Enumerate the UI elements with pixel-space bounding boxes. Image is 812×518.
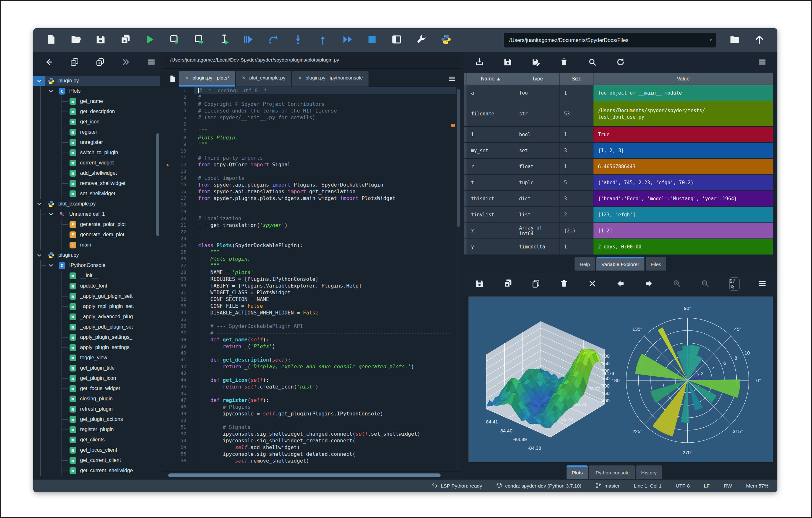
outline-tree-item[interactable]: plugin.py (33, 250, 160, 260)
column-header-type[interactable]: Type (515, 73, 560, 85)
outline-tree-item[interactable]: mget_icon (33, 117, 160, 127)
variable-row[interactable]: my_setset3{1, 2, 3} (464, 143, 774, 159)
editor-tab[interactable]: ✕plot_example.py (236, 71, 291, 87)
step-into-button[interactable] (292, 34, 304, 46)
step-over-button[interactable] (267, 34, 279, 46)
code-editor[interactable]: 123456789101112▲131415161718192021222324… (163, 87, 461, 471)
editor-horizontal-scrollbar[interactable] (163, 471, 461, 479)
variable-value[interactable]: 2 days, 0:00:00 (593, 239, 774, 255)
variable-value[interactable]: [1 2] (593, 223, 774, 238)
status-item-rw[interactable]: RW (724, 483, 732, 489)
column-header-name[interactable]: Name ▲ (467, 73, 515, 85)
variable-row[interactable]: rfloat16.46567886443 (464, 159, 774, 175)
new-file-button[interactable] (46, 34, 57, 46)
outline-tree-item[interactable]: mget_plugin_icon (33, 373, 160, 383)
outline-tree-item[interactable]: m_apply_advanced_plug (33, 312, 160, 322)
browse-tabs-button[interactable] (166, 73, 179, 87)
debug-continue-button[interactable] (342, 34, 353, 46)
outline-tree-item[interactable]: madd_shellwidget (33, 168, 160, 178)
variable-value[interactable]: {1, 2, 3} (593, 143, 774, 159)
preferences-button[interactable] (416, 34, 427, 46)
outline-tree-item[interactable]: mregister_plugin (33, 424, 160, 435)
import-data-button[interactable] (474, 57, 485, 68)
variable-value[interactable]: [123, 'efgh'] (593, 207, 774, 223)
status-item-lf[interactable]: LF (704, 483, 710, 489)
editor-tab[interactable]: ✕plugin.py - ipythonconsole (292, 71, 369, 87)
outline-tree-item[interactable]: mget_focus_client (33, 445, 160, 455)
outline-tree-item[interactable]: mapply_plugin_settings (33, 342, 160, 353)
outline-tree-item[interactable]: CPlots (33, 86, 160, 96)
chevron-down-icon[interactable]: ▾ (706, 33, 716, 47)
remove-plot-button[interactable] (558, 278, 570, 290)
upper-tab-variable-explorer[interactable]: Variable Explorer (596, 257, 644, 270)
outline-tree-item[interactable]: mremove_shellwidget (33, 178, 160, 189)
zoom-in-button[interactable] (671, 278, 683, 290)
outline-tree-item[interactable]: mget_plugin_title (33, 363, 160, 373)
variable-value[interactable]: 6.46567886443 (593, 159, 774, 174)
run-cell-button[interactable] (169, 34, 180, 46)
variable-value[interactable]: foo object of __main__ module (593, 85, 774, 100)
run-file-button[interactable] (144, 34, 156, 46)
variable-row[interactable]: ttuple5('abcd', 745, 2.23, 'efgh', 70.2) (464, 175, 774, 191)
variable-value[interactable]: /Users/Documents/spyder/spyder/tests/ te… (593, 101, 774, 126)
editor-options-menu-button[interactable] (445, 73, 459, 87)
lower-tab-history[interactable]: History (636, 465, 662, 479)
stop-button[interactable] (366, 34, 378, 46)
save-all-button[interactable] (119, 34, 131, 46)
column-header-value[interactable]: Value (593, 73, 774, 85)
outline-tree-item[interactable]: mget_focus_widget (33, 383, 160, 394)
search-variable-button[interactable] (586, 57, 598, 68)
step-out-button[interactable] (317, 34, 328, 46)
expand-all-button[interactable] (94, 57, 106, 68)
upper-tab-files[interactable]: Files (646, 257, 667, 270)
outline-tree-item[interactable]: %Unnamed cell 1 (33, 209, 160, 219)
lower-tab-plots[interactable]: Plots (567, 465, 588, 479)
open-file-button[interactable] (70, 34, 82, 46)
options-menu-button[interactable] (756, 278, 768, 290)
variable-row[interactable]: ibool1True (464, 127, 774, 143)
outline-tree-item[interactable]: mtoggle_view (33, 353, 160, 363)
outline-tree-item[interactable]: m_apply_mpl_plugin_set. (33, 301, 160, 312)
status-item-lsp-python-ready[interactable]: LSP Python: ready (432, 482, 482, 490)
editor-vertical-scrollbar[interactable] (456, 87, 461, 471)
outline-tree-item[interactable]: mclosing_plugin (33, 394, 160, 404)
outline-tree-item[interactable]: mget_name (33, 96, 160, 107)
copy-plot-button[interactable] (530, 278, 542, 290)
status-item-conda-spyder-dev-python-[interactable]: conda: spyder-dev (Python 3.7.10) (496, 482, 581, 490)
editor-tab[interactable]: ✕plugin.py - plots* (179, 71, 235, 87)
save-all-plots-button[interactable] (502, 278, 513, 290)
chevron-down-icon[interactable] (36, 252, 42, 258)
outline-tree-item[interactable]: mswitch_to_plugin (33, 147, 160, 158)
save-plot-button[interactable] (474, 278, 485, 290)
variable-row[interactable]: afoo1foo object of __main__ module (464, 85, 774, 101)
outline-tree-item[interactable]: mupdate_font (33, 281, 160, 291)
close-icon[interactable]: ✕ (242, 75, 246, 81)
next-plot-button[interactable] (643, 278, 654, 290)
outline-tree-item[interactable]: plugin.py (33, 76, 160, 86)
chevron-down-icon[interactable] (48, 262, 54, 268)
outline-tree-item[interactable]: mregister (33, 127, 160, 137)
save-file-button[interactable] (95, 34, 106, 46)
outline-tree-item[interactable]: mget_current_client (33, 455, 160, 465)
status-item-master[interactable]: master (596, 482, 619, 490)
variable-row[interactable]: filenamestr53/Users/Documents/spyder/spy… (464, 101, 774, 127)
save-data-button[interactable] (502, 57, 513, 68)
chevron-down-icon[interactable] (48, 88, 54, 94)
status-item-utf-8[interactable]: UTF-8 (676, 483, 690, 489)
column-header-size[interactable]: Size (560, 73, 593, 85)
debug-file-button[interactable] (243, 34, 255, 46)
maximize-pane-button[interactable] (391, 34, 403, 46)
python-env-button[interactable] (440, 34, 452, 46)
outline-tree-item[interactable]: m_apply_gui_plugin_sett (33, 291, 160, 301)
lower-tab-ipython-console[interactable]: IPython console (589, 465, 635, 479)
variable-row[interactable]: thisdictdict3{'brand':'Ford', 'model':'M… (464, 191, 774, 207)
outline-tree-item[interactable]: m__init__ (33, 270, 160, 281)
outline-tree-item[interactable]: mcurrent_widget (33, 158, 160, 168)
outline-tree-item[interactable]: m_apply_pdb_plugin_set (33, 322, 160, 332)
outline-tree-item[interactable]: Fmain (33, 240, 160, 250)
variable-row[interactable]: xArray of int64(2,)[1 2] (464, 223, 774, 239)
refresh-variables-button[interactable] (615, 57, 626, 68)
close-icon[interactable]: ✕ (185, 75, 189, 81)
save-data-as-button[interactable] (530, 57, 542, 68)
run-cell-advance-button[interactable] (194, 34, 205, 46)
